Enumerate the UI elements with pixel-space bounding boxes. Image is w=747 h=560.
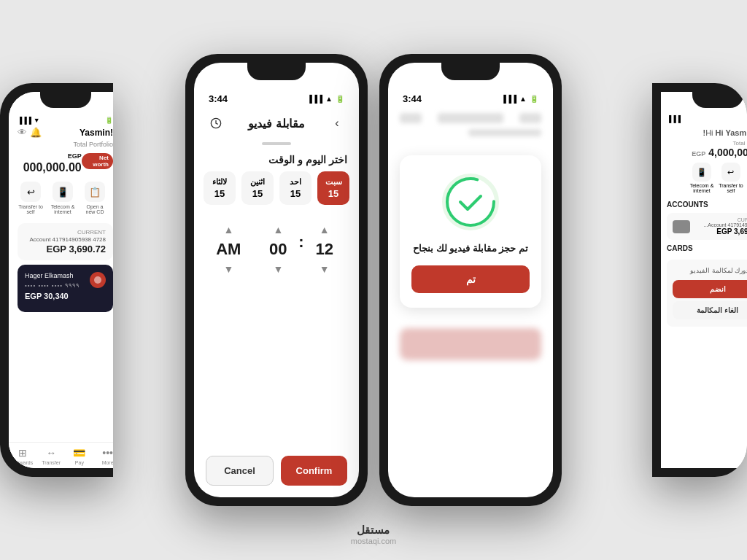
p1-card-balance: EGP 30,340 <box>25 292 106 300</box>
p4-amount: EGP 4,000,000.00 <box>661 147 747 158</box>
p2-colon-sep: : <box>298 233 303 266</box>
p4-accounts-header: El ACCOUNTS <box>661 198 747 211</box>
p1-account-num: Account 417914905938 4728 <box>25 236 106 243</box>
p2-hour-up[interactable]: ▲ <box>313 222 336 237</box>
p4-actions: 🤝 Donation ↩ Transfer to self 📱 Telecom … <box>661 158 747 198</box>
p4-portfolio-label: Total Portfolio <box>661 140 747 147</box>
p2-minute-col: ▲ 00 ▼ <box>263 222 293 276</box>
p2-back-button[interactable]: ‹ <box>327 113 347 133</box>
p4-join-button[interactable]: انضم <box>673 280 747 298</box>
p1-greeting: !Yasmin <box>80 128 113 138</box>
p1-nav-rewards[interactable]: ⊞ Rewards <box>9 447 37 465</box>
p4-telecom[interactable]: 📱 Telecom & internet <box>689 163 714 193</box>
p3-status-time: 3:44 <box>403 93 422 104</box>
phone1-content: ▐▐▐ ▼ 🔋 👁 🔔 !Yasmin Total Portfolio <box>9 92 113 468</box>
phone-4: 🔋 ▐▐▐ Hi Hi Yasmin! Total Portfolio EGP … <box>652 83 747 477</box>
p1-pay-icon: 💳 <box>73 447 85 459</box>
p1-eye-icon[interactable]: 👁 <box>18 127 27 138</box>
p2-period-up[interactable]: ▲ <box>217 222 240 237</box>
p2-hour-val: 12 <box>310 240 339 259</box>
p3-blur-left <box>400 113 422 123</box>
phone1-screen: ▐▐▐ ▼ 🔋 👁 🔔 !Yasmin Total Portfolio <box>9 92 113 468</box>
p2-cancel-button[interactable]: Cancel <box>206 456 274 486</box>
phone3-content: 3:44 ▐▐▐ ▲ 🔋 <box>388 63 553 497</box>
p1-action-cd[interactable]: 📋 Open a new CD <box>82 182 108 214</box>
p3-blur-title <box>438 113 503 123</box>
p2-signal-icon: ▐▐▐ <box>307 95 322 103</box>
phone-1: ▐▐▐ ▼ 🔋 👁 🔔 !Yasmin Total Portfolio <box>0 83 113 477</box>
p2-day-name-3: سبت <box>325 177 342 187</box>
p1-action-transfer[interactable]: ↩ Transfer to self <box>18 182 44 214</box>
p1-battery: 🔋 <box>105 117 113 124</box>
p4-acc-num: Account 41791490593B... <box>694 222 747 228</box>
p1-signal: ▐▐▐ ▼ <box>18 117 40 124</box>
p1-rewards-icon: ⊞ <box>18 447 27 459</box>
p3-done-button[interactable]: تم <box>411 265 530 293</box>
phone3-screen: 3:44 ▐▐▐ ▲ 🔋 <box>388 63 553 497</box>
phone2-content: 3:44 ▐▐▐ ▲ 🔋 <box>194 63 359 497</box>
p1-telecom-label: Telecom & internet <box>50 204 76 214</box>
p2-status-time: 3:44 <box>209 93 228 104</box>
p1-bottom-nav: ⊞ Rewards ↔ Transfer 💳 Pay ••• <box>9 442 113 468</box>
p1-pay-label: Pay <box>75 460 84 465</box>
p2-day-num-2: 15 <box>287 188 304 199</box>
p3-wifi-icon: ▲ <box>519 95 527 103</box>
p4-account-icon <box>673 220 690 233</box>
p4-greeting: Hi Hi Yasmin! <box>703 128 747 137</box>
p1-cd-label: Open a new CD <box>82 204 108 214</box>
p2-minute-up[interactable]: ▲ <box>266 222 290 237</box>
phones-row: ▐▐▐ ▼ 🔋 👁 🔔 !Yasmin Total Portfolio <box>0 0 747 560</box>
p4-video-text: حان دورك لمكالمة الفيديو <box>673 267 747 274</box>
p4-transfer[interactable]: ↩ Transfer to self <box>719 163 743 193</box>
p3-success-message: تم حجز مقابلة فيديو لك بنجاح <box>413 243 528 254</box>
p1-nav-pay[interactable]: 💳 Pay <box>66 447 94 465</box>
p2-time-picker: ▲ AM ▼ ▲ 00 ▼ : ▲ 12 <box>194 217 359 282</box>
p2-day-num-3: 15 <box>325 188 342 199</box>
p2-section-label: اختر اليوم و الوقت <box>194 151 359 171</box>
p3-signal-icon: ▐▐▐ <box>501 95 516 103</box>
scene: ▐▐▐ ▼ 🔋 👁 🔔 !Yasmin Total Portfolio <box>0 0 747 560</box>
watermark-url: mostaqi.com <box>351 537 396 545</box>
p2-hour-down[interactable]: ▼ <box>313 262 336 276</box>
p2-day-0[interactable]: لالثاء 15 <box>204 171 236 205</box>
p1-nav-transfer[interactable]: ↔ Transfer <box>37 447 66 465</box>
p1-bell-icon[interactable]: 🔔 <box>30 127 42 138</box>
p1-more-label: More <box>102 460 113 465</box>
p2-page-title: مقابلة فيديو <box>248 117 304 131</box>
p1-card: Hager Elkamash •••• •••• •••• ٩٩٩٩ EGP 3… <box>18 265 113 312</box>
p1-nav-more[interactable]: ••• More <box>93 447 113 465</box>
p2-period-down[interactable]: ▼ <box>217 262 240 276</box>
p2-confirm-button[interactable]: Confirm <box>281 456 347 486</box>
p4-acc-bal: EGP 3,690.72 <box>694 228 747 236</box>
p4-amount-val: 4,000,000.00 <box>708 147 747 158</box>
p2-header: مقابلة فيديو ‹ <box>194 107 359 139</box>
p3-success-card: تم حجز مقابلة فيديو لك بنجاح تم <box>400 155 541 308</box>
p3-battery-icon: 🔋 <box>530 95 538 103</box>
p3-status-icons: ▐▐▐ ▲ 🔋 <box>501 95 538 103</box>
phone4-content: 🔋 ▐▐▐ Hi Hi Yasmin! Total Portfolio EGP … <box>661 92 747 468</box>
p4-signal: ▐▐▐ <box>667 115 681 122</box>
p4-cancel-call-button[interactable]: الغاء المكالمة <box>673 301 747 319</box>
p2-day-3[interactable]: سبت 15 <box>317 171 349 205</box>
p2-day-num-0: 15 <box>211 188 228 199</box>
p2-day-2[interactable]: احد 15 <box>279 171 311 205</box>
p2-period-col: ▲ AM ▼ <box>214 222 243 276</box>
p1-account-bal: EGP 3,690.72 <box>25 244 106 254</box>
phone4-screen: 🔋 ▐▐▐ Hi Hi Yasmin! Total Portfolio EGP … <box>661 92 747 468</box>
p1-cd-icon: 📋 <box>85 182 105 202</box>
p1-action-telecom[interactable]: 📱 Telecom & internet <box>50 182 76 214</box>
p3-blurred-footer-btn <box>400 328 541 360</box>
watermark-logo: مستقل <box>351 524 396 537</box>
p3-blurred-header <box>388 107 553 129</box>
p1-amount: EGP 000,000.00 <box>18 148 82 174</box>
p1-more-icon: ••• <box>102 447 113 459</box>
p2-minute-val: 00 <box>263 240 293 259</box>
p1-card-holder: Hager Elkamash <box>25 272 80 279</box>
p2-minute-down[interactable]: ▼ <box>266 262 290 276</box>
p2-clock-button[interactable] <box>206 113 226 133</box>
watermark: مستقل mostaqi.com <box>351 524 396 545</box>
p1-card-num: •••• •••• •••• ٩٩٩٩ <box>25 282 80 289</box>
p4-telecom-label: Telecom & internet <box>689 183 714 193</box>
p4-transfer-label: Transfer to self <box>719 183 743 193</box>
p2-day-1[interactable]: اثنين 15 <box>241 171 274 205</box>
